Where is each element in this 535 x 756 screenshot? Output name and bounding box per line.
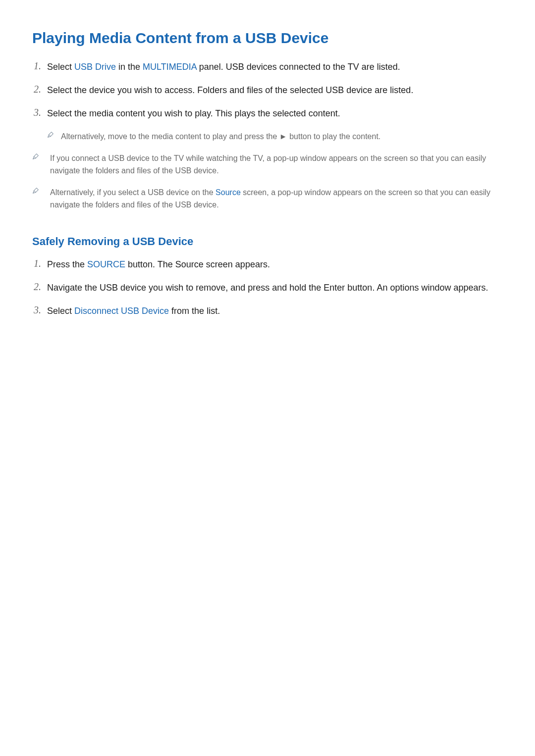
steps-list-1: 1. Select USB Drive in the MULTIMEDIA pa…	[32, 60, 503, 120]
step-number: 3.	[32, 304, 47, 316]
sub-note: Alternatively, move to the media content…	[32, 130, 503, 143]
step-text: Select the media content you wish to pla…	[47, 107, 340, 120]
step-item: 3. Select the media content you wish to …	[32, 107, 503, 120]
step-number: 2.	[32, 84, 47, 95]
section-title-1: Playing Media Content from a USB Device	[32, 30, 503, 47]
step-text: Select Disconnect USB Device from the li…	[47, 304, 220, 318]
step-text: Press the SOURCE button. The Source scre…	[47, 258, 270, 271]
pen-icon	[32, 187, 41, 196]
step-number: 1.	[32, 60, 47, 72]
note-item: If you connect a USB device to the TV wh…	[32, 152, 503, 177]
play-icon: ►	[279, 132, 287, 141]
link-usb-drive: USB Drive	[74, 62, 116, 72]
note-text: If you connect a USB device to the TV wh…	[50, 152, 503, 177]
note-text: Alternatively, if you select a USB devic…	[50, 186, 503, 211]
link-multimedia: MULTIMEDIA	[143, 62, 197, 72]
steps-list-2: 1. Press the SOURCE button. The Source s…	[32, 258, 503, 318]
note-item: Alternatively, if you select a USB devic…	[32, 186, 503, 211]
link-disconnect-usb: Disconnect USB Device	[74, 306, 169, 316]
step-text: Select the device you wish to access. Fo…	[47, 84, 413, 97]
note-text: Alternatively, move to the media content…	[61, 130, 380, 143]
section-title-2: Safely Removing a USB Device	[32, 235, 503, 248]
step-number: 3.	[32, 107, 47, 118]
step-text: Navigate the USB device you wish to remo…	[47, 281, 488, 295]
step-text: Select USB Drive in the MULTIMEDIA panel…	[47, 60, 400, 74]
step-item: 1. Select USB Drive in the MULTIMEDIA pa…	[32, 60, 503, 74]
step-item: 2. Select the device you wish to access.…	[32, 84, 503, 97]
step-item: 2. Navigate the USB device you wish to r…	[32, 281, 503, 295]
step-item: 3. Select Disconnect USB Device from the…	[32, 304, 503, 318]
pen-icon	[32, 153, 41, 162]
step-number: 1.	[32, 258, 47, 269]
pen-icon	[47, 131, 56, 140]
link-source: Source	[215, 188, 241, 197]
step-item: 1. Press the SOURCE button. The Source s…	[32, 258, 503, 271]
step-number: 2.	[32, 281, 47, 293]
link-source-button: SOURCE	[87, 259, 125, 269]
